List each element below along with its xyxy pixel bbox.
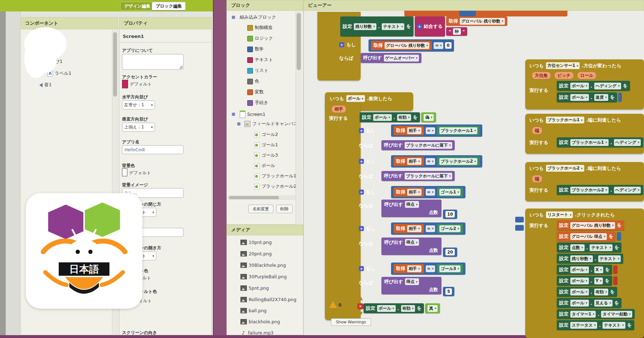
partial-red-block[interactable] <box>613 265 618 274</box>
event-param-chip[interactable]: 端 <box>532 175 542 183</box>
param-dropdown[interactable]: 相手 <box>407 225 421 232</box>
call-block[interactable]: 呼び出す ブラックホールに落下 <box>381 171 455 181</box>
mutator-icon[interactable] <box>359 128 364 133</box>
operator-dropdown[interactable]: = <box>434 42 443 49</box>
operator-dropdown[interactable]: = <box>426 225 435 232</box>
call-score-block[interactable]: 呼び出す 得点 点数 <box>381 237 441 255</box>
component-dropdown[interactable]: ボール <box>570 266 589 273</box>
set-prop-row[interactable]: 設定 ボール . X を <box>557 265 618 275</box>
set-prop-row[interactable]: 設定 ボール . 見える を <box>557 298 621 308</box>
property-dropdown[interactable]: 有効 <box>397 114 411 121</box>
blocks-editor-button[interactable]: ブロック編集 <box>152 2 186 10</box>
partial-blue-block[interactable] <box>459 11 476 16</box>
mutator-icon[interactable] <box>339 42 344 47</box>
set-prop-row[interactable]: 設定 タイマー1 . タイマー起動 <box>557 309 635 319</box>
global-var-dropdown[interactable]: グローバル 残り秒数 <box>385 42 429 49</box>
component-dropdown[interactable]: ゴール3 <box>439 265 461 272</box>
accent-color-swatch[interactable] <box>122 80 128 88</box>
media-file[interactable]: 5pnt.png <box>240 285 269 291</box>
set-global-row[interactable]: 設定 グローバル 得点 を <box>557 231 621 241</box>
set-block[interactable]: 設定 ボール . 有効 を <box>364 303 424 313</box>
prop-accent-value[interactable]: デフォルト <box>130 81 152 87</box>
component-dropdown[interactable]: ステータス <box>570 322 597 329</box>
media-file[interactable]: blackhole.png <box>240 319 280 324</box>
property-dropdown[interactable]: テキスト <box>590 244 613 251</box>
appname-input[interactable]: HelloCodi <box>122 145 184 154</box>
nav-down-arrow-icon[interactable]: ▼ <box>334 309 337 314</box>
property-dropdown[interactable]: テキスト <box>382 23 405 30</box>
number-literal[interactable]: 20 <box>445 249 455 255</box>
vscrollbar-thumb[interactable] <box>297 13 301 70</box>
operator-dropdown[interactable]: = <box>426 158 435 165</box>
component-dropdown[interactable]: リスタート <box>546 211 573 218</box>
text-literal[interactable]: 秒 <box>453 28 461 35</box>
component-ref-block[interactable]: ゴール3 <box>437 264 463 273</box>
mutator-icon[interactable] <box>359 190 364 195</box>
if-condition-row[interactable]: 取得 グローバル 残り秒数 = 0 <box>369 39 454 52</box>
collide-event-title[interactable]: いつも ボール .衝突したら <box>330 95 392 102</box>
equals-block[interactable]: 取得 相手 = ゴール1 <box>391 186 465 198</box>
property-dropdown[interactable]: 速度 <box>594 94 609 101</box>
equals-block[interactable]: 取得 グローバル 残り秒数 = 0 <box>369 39 454 52</box>
mutator-icon[interactable] <box>359 266 364 271</box>
number-block[interactable]: 5 <box>443 287 454 296</box>
property-dropdown[interactable]: 見える <box>594 300 613 307</box>
component-item-sound[interactable]: 音1 <box>39 82 52 88</box>
number-literal[interactable]: 0 <box>445 42 452 49</box>
number-block[interactable]: 20 <box>443 248 457 257</box>
logic-dropdown[interactable]: 偽 <box>424 114 434 121</box>
component-ref-block[interactable]: ブラックホール2 <box>437 157 480 166</box>
set-block[interactable]: 設定 ボール . 有効 を <box>557 287 617 297</box>
equals-block[interactable]: 取得 相手 = ブラックホール2 <box>391 155 482 167</box>
mutator-icon[interactable] <box>359 159 364 164</box>
sprite-node[interactable]: ボール <box>254 163 275 169</box>
event-param-chip[interactable]: 方位角 <box>532 72 551 79</box>
compass-event-title[interactable]: いつも 方位センサー1 .方位が変わったら <box>530 62 621 69</box>
sprite-node[interactable]: ゴール2 <box>254 132 278 138</box>
builtin-blocks-node[interactable]: 組み込みブロック <box>232 14 276 20</box>
blocks-category-text[interactable]: テキスト <box>247 57 273 63</box>
global-var-dropdown[interactable]: グローバル 得点 <box>570 233 607 240</box>
get-param-block[interactable]: 取得 相手 <box>394 264 424 273</box>
call-gameover-row[interactable]: 呼び出す ゲームオーバー <box>361 53 421 63</box>
nav-down-arrow-icon[interactable]: ▼ <box>359 310 363 316</box>
logic-true-block[interactable]: 真 <box>425 303 440 313</box>
equals-block[interactable]: 取得 相手 = ブラックホール1 <box>391 124 482 137</box>
partial-blue-block[interactable] <box>617 232 621 241</box>
property-dropdown[interactable]: テキスト <box>598 255 621 262</box>
component-dropdown[interactable]: ボール <box>346 95 365 102</box>
operator-dropdown[interactable]: = <box>426 189 435 196</box>
set-block[interactable]: 設定 点数 . テキスト を <box>557 243 621 253</box>
edge2-event-title[interactable]: いつも ブラックホール2 .端に到達したら <box>530 165 621 172</box>
warning-triangle-icon[interactable] <box>329 301 337 308</box>
mutator-icon[interactable] <box>359 226 364 231</box>
get-param-block[interactable]: 取得 相手 <box>394 224 424 233</box>
get-global-block[interactable]: 取得 グローバル 残り秒数 <box>371 41 432 50</box>
procedure-dropdown[interactable]: 得点 <box>405 239 419 246</box>
bgcolor-swatch[interactable] <box>122 168 127 176</box>
blocks-category-colors[interactable]: 色 <box>247 78 259 84</box>
media-file[interactable]: RollingBall2X740.png <box>240 297 296 302</box>
event-param-chip[interactable]: 端 <box>532 127 542 134</box>
component-ref-block[interactable]: ゴール2 <box>437 224 463 233</box>
restart-event-title[interactable]: いつも リスタート .クリックされたら <box>530 211 615 218</box>
call-block[interactable]: 呼び出す ブラックホールに落下 <box>381 140 455 150</box>
component-dropdown[interactable]: タイマー1 <box>570 311 596 318</box>
logic-false-block[interactable]: 偽 <box>421 112 436 122</box>
blocks-category-procedures[interactable]: 手続き <box>247 100 268 106</box>
property-dropdown[interactable]: 有効 <box>401 305 415 312</box>
property-dropdown[interactable]: テキスト <box>602 322 625 329</box>
component-dropdown[interactable]: ボール <box>570 94 589 101</box>
set-ball-disabled-row[interactable]: 設定 ボール . 有効 を 偽 <box>360 112 436 122</box>
procedure-dropdown[interactable]: ブラックホールに落下 <box>405 142 452 149</box>
set-speed-row[interactable]: 設定 ボール . 速度 を <box>557 92 622 102</box>
component-dropdown[interactable]: ボール <box>373 114 392 121</box>
set-prop-row[interactable]: 設定 ボール . Y を <box>557 276 618 286</box>
join-block[interactable]: 結合する <box>415 16 445 36</box>
arg-value-row[interactable]: 20 <box>443 248 457 257</box>
edge1-event-title[interactable]: いつも ブラックホール1 .端に到達したら <box>530 117 621 123</box>
nav-up-arrow-icon[interactable]: ▲ <box>334 295 337 301</box>
if-condition-row[interactable]: 取得 相手 = ゴール1 <box>391 186 465 198</box>
component-dropdown[interactable]: ブラックホール1 <box>570 139 609 146</box>
call-score-block[interactable]: 呼び出す 得点 点数 <box>381 277 441 294</box>
